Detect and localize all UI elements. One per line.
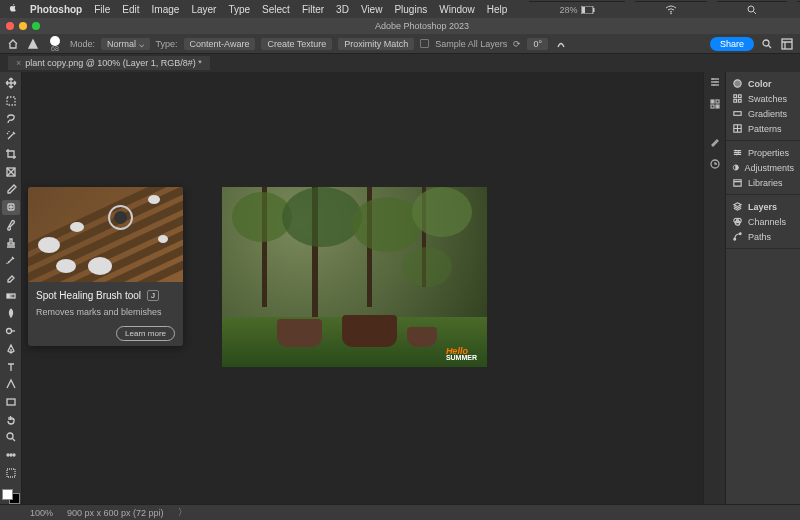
tool-marquee[interactable] <box>2 94 20 109</box>
svg-rect-19 <box>7 469 15 477</box>
tool-move[interactable] <box>2 76 20 91</box>
svg-rect-26 <box>734 95 737 98</box>
tool-spot-heal[interactable] <box>2 200 20 215</box>
svg-point-25 <box>734 80 741 87</box>
menu-file[interactable]: File <box>94 4 110 15</box>
document-tab-bar: × plant copy.png @ 100% (Layer 1, RGB/8#… <box>0 54 800 72</box>
svg-rect-2 <box>593 8 595 12</box>
panel-libraries[interactable]: Libraries <box>726 175 800 190</box>
menu-edit[interactable]: Edit <box>122 4 139 15</box>
search-icon[interactable] <box>717 1 787 17</box>
tool-frame[interactable] <box>2 165 20 180</box>
panel-gradients[interactable]: Gradients <box>726 106 800 121</box>
window-controls[interactable] <box>6 22 40 30</box>
type-proximity-match[interactable]: Proximity Match <box>338 38 414 50</box>
right-panels: Color Swatches Gradients Patterns Proper… <box>725 72 800 504</box>
status-chevron-icon[interactable]: 〉 <box>178 506 187 519</box>
svg-rect-22 <box>711 105 714 108</box>
apple-icon[interactable] <box>8 3 18 15</box>
angle-input[interactable]: 0° <box>527 38 548 50</box>
pressure-icon[interactable] <box>554 37 568 51</box>
tool-eyedropper[interactable] <box>2 182 20 197</box>
tool-shape[interactable] <box>2 395 20 410</box>
tool-tip-card: Spot Healing Brush toolJ Removes marks a… <box>28 187 183 346</box>
tool-edit-toolbar[interactable] <box>2 465 20 480</box>
angle-icon[interactable]: ⟳ <box>513 39 521 49</box>
menu-type[interactable]: Type <box>228 4 250 15</box>
strip-brush-icon[interactable] <box>709 136 721 150</box>
menu-3d[interactable]: 3D <box>336 4 349 15</box>
sample-all-checkbox[interactable] <box>420 39 429 48</box>
close-tab-icon[interactable]: × <box>16 58 21 68</box>
workspace-icon[interactable] <box>780 37 794 51</box>
tool-brush[interactable] <box>2 218 20 233</box>
brush-preview[interactable]: 68 <box>46 35 64 53</box>
tool-gradient[interactable] <box>2 288 20 303</box>
tool-blur[interactable] <box>2 306 20 321</box>
tool-more[interactable] <box>2 448 20 463</box>
document-canvas[interactable]: HelloSUMMER <box>222 187 487 367</box>
share-button[interactable]: Share <box>710 37 754 51</box>
tool-preset-icon[interactable] <box>26 37 40 51</box>
menu-filter[interactable]: Filter <box>302 4 324 15</box>
svg-rect-9 <box>7 97 15 105</box>
menu-image[interactable]: Image <box>152 4 180 15</box>
tool-history-brush[interactable] <box>2 253 20 268</box>
document-tab[interactable]: × plant copy.png @ 100% (Layer 1, RGB/8#… <box>8 56 210 70</box>
menu-select[interactable]: Select <box>262 4 290 15</box>
menu-window[interactable]: Window <box>439 4 475 15</box>
menu-plugins[interactable]: Plugins <box>394 4 427 15</box>
wifi-icon <box>635 1 707 17</box>
tip-title: Spot Healing Brush tool <box>36 290 141 301</box>
panel-channels[interactable]: Channels <box>726 214 800 229</box>
svg-point-15 <box>7 433 13 439</box>
tool-path[interactable] <box>2 377 20 392</box>
battery-status: 28% <box>529 1 625 17</box>
strip-sliders-icon[interactable] <box>709 76 721 90</box>
tool-zoom[interactable] <box>2 430 20 445</box>
svg-rect-23 <box>716 105 719 108</box>
tool-eraser[interactable] <box>2 271 20 286</box>
tool-lasso[interactable] <box>2 111 20 126</box>
type-content-aware[interactable]: Content-Aware <box>184 38 256 50</box>
foreground-background-colors[interactable] <box>2 489 20 504</box>
menu-help[interactable]: Help <box>487 4 508 15</box>
svg-point-13 <box>6 329 11 334</box>
zoom-level[interactable]: 100% <box>30 508 53 518</box>
tool-hand[interactable] <box>2 412 20 427</box>
search-app-icon[interactable] <box>760 37 774 51</box>
panel-patterns[interactable]: Patterns <box>726 121 800 136</box>
panel-color[interactable]: Color <box>726 76 800 91</box>
panel-adjustments[interactable]: Adjustments <box>726 160 800 175</box>
tool-crop[interactable] <box>2 147 20 162</box>
tool-type[interactable] <box>2 359 20 374</box>
strip-history-icon[interactable] <box>709 158 721 172</box>
tip-description: Removes marks and blemishes <box>36 307 175 317</box>
tip-shortcut: J <box>147 290 159 301</box>
learn-more-button[interactable]: Learn more <box>116 326 175 341</box>
tab-title: plant copy.png @ 100% (Layer 1, RGB/8#) … <box>25 58 202 68</box>
panel-layers[interactable]: Layers <box>726 199 800 214</box>
type-create-texture[interactable]: Create Texture <box>261 38 332 50</box>
svg-rect-30 <box>734 112 741 116</box>
tool-wand[interactable] <box>2 129 20 144</box>
svg-rect-21 <box>716 100 719 103</box>
tool-dodge[interactable] <box>2 324 20 339</box>
svg-point-17 <box>10 454 12 456</box>
mode-select[interactable]: Normal ⌵ <box>101 38 150 50</box>
app-title: Adobe Photoshop 2023 <box>50 21 794 31</box>
menu-view[interactable]: View <box>361 4 383 15</box>
tool-pen[interactable] <box>2 342 20 357</box>
menu-app[interactable]: Photoshop <box>30 4 82 15</box>
menu-layer[interactable]: Layer <box>191 4 216 15</box>
home-icon[interactable] <box>6 37 20 51</box>
doc-dimensions[interactable]: 900 px x 600 px (72 ppi) <box>67 508 164 518</box>
panel-swatches[interactable]: Swatches <box>726 91 800 106</box>
panel-properties[interactable]: Properties <box>726 145 800 160</box>
canvas-area[interactable]: Spot Healing Brush toolJ Removes marks a… <box>22 72 703 504</box>
svg-rect-29 <box>738 99 741 102</box>
strip-swatches-icon[interactable] <box>709 98 721 112</box>
panel-paths[interactable]: Paths <box>726 229 800 244</box>
status-bar: 100% 900 px x 600 px (72 ppi) 〉 <box>0 504 800 520</box>
tool-stamp[interactable] <box>2 235 20 250</box>
